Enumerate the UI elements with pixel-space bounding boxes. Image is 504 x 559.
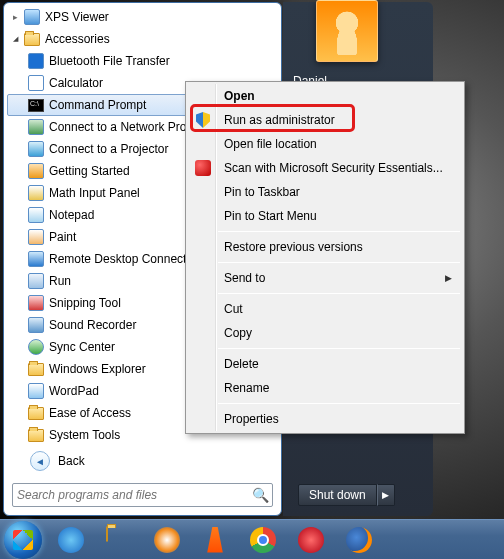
program-label: Windows Explorer <box>49 362 146 376</box>
separator <box>218 348 460 349</box>
user-picture[interactable] <box>316 0 378 62</box>
program-label: Connect to a Network Pro <box>49 120 186 134</box>
program-label: WordPad <box>49 384 99 398</box>
sync-icon <box>27 338 45 356</box>
program-label: Sync Center <box>49 340 115 354</box>
run-icon <box>27 272 45 290</box>
program-label: Remote Desktop Connecti <box>49 252 189 266</box>
program-label: Run <box>49 274 71 288</box>
program-label: Calculator <box>49 76 103 90</box>
back-arrow-icon: ◄ <box>30 451 50 471</box>
cm-properties[interactable]: Properties <box>188 407 462 431</box>
folder-icon <box>27 426 45 444</box>
cm-run-as-admin[interactable]: Run as administrator <box>188 108 462 132</box>
search-icon[interactable]: 🔍 <box>252 487 268 503</box>
firefox-icon <box>346 527 372 553</box>
program-label: Math Input Panel <box>49 186 140 200</box>
back-button[interactable]: ◄ Back <box>4 445 281 477</box>
taskbar-wmp[interactable] <box>144 522 190 558</box>
calculator-icon <box>27 74 45 92</box>
cm-restore[interactable]: Restore previous versions <box>188 235 462 259</box>
cm-open-file-location[interactable]: Open file location <box>188 132 462 156</box>
taskbar-chrome[interactable] <box>240 522 286 558</box>
program-label: Command Prompt <box>49 98 146 112</box>
shutdown-group: Shut down ▶ <box>298 484 395 506</box>
program-label: Notepad <box>49 208 94 222</box>
opera-icon <box>298 527 324 553</box>
taskbar-vlc[interactable] <box>192 522 238 558</box>
chrome-icon <box>250 527 276 553</box>
separator <box>218 231 460 232</box>
projector-icon <box>27 140 45 158</box>
back-label: Back <box>58 454 85 468</box>
rdp-icon <box>27 250 45 268</box>
shutdown-menu-arrow[interactable]: ▶ <box>377 484 395 506</box>
notepad-icon <box>27 206 45 224</box>
program-item-xpsviewer[interactable]: XPS Viewer <box>7 6 281 28</box>
expand-icon <box>9 11 21 23</box>
bluetooth-icon <box>27 52 45 70</box>
program-label: Connect to a Projector <box>49 142 168 156</box>
program-label: Accessories <box>45 32 110 46</box>
projector-icon <box>27 118 45 136</box>
scissors-icon <box>27 294 45 312</box>
context-menu: Open Run as administrator Open file loca… <box>185 81 465 434</box>
program-label: System Tools <box>49 428 120 442</box>
separator <box>218 403 460 404</box>
program-label: Sound Recorder <box>49 318 136 332</box>
cm-copy[interactable]: Copy <box>188 321 462 345</box>
folder-icon <box>27 360 45 378</box>
cm-cut[interactable]: Cut <box>188 297 462 321</box>
expand-open-icon <box>9 33 21 45</box>
program-label: Ease of Access <box>49 406 131 420</box>
taskbar-explorer[interactable] <box>96 522 142 558</box>
ie-icon <box>58 527 84 553</box>
wmp-icon <box>154 527 180 553</box>
folder-icon <box>27 404 45 422</box>
submenu-arrow-icon: ▶ <box>445 273 452 283</box>
cmd-icon <box>27 96 45 114</box>
vlc-icon <box>202 527 228 553</box>
search-input[interactable] <box>17 488 252 502</box>
folder-icon <box>106 527 132 553</box>
program-label: Snipping Tool <box>49 296 121 310</box>
math-icon <box>27 184 45 202</box>
program-item-accessories[interactable]: Accessories <box>7 28 281 50</box>
program-label: Paint <box>49 230 76 244</box>
microphone-icon <box>27 316 45 334</box>
separator <box>218 262 460 263</box>
shield-icon <box>194 111 212 129</box>
start-button[interactable] <box>4 521 42 559</box>
cm-pin-startmenu[interactable]: Pin to Start Menu <box>188 204 462 228</box>
search-box[interactable]: 🔍 <box>12 483 273 507</box>
paint-icon <box>27 228 45 246</box>
folder-icon <box>23 30 41 48</box>
taskbar-firefox[interactable] <box>336 522 382 558</box>
cm-scan[interactable]: Scan with Microsoft Security Essentials.… <box>188 156 462 180</box>
taskbar <box>0 519 504 559</box>
program-label: Bluetooth File Transfer <box>49 54 170 68</box>
taskbar-opera[interactable] <box>288 522 334 558</box>
cm-pin-taskbar[interactable]: Pin to Taskbar <box>188 180 462 204</box>
program-item-bluetooth[interactable]: Bluetooth File Transfer <box>7 50 281 72</box>
taskbar-ie[interactable] <box>48 522 94 558</box>
cm-rename[interactable]: Rename <box>188 376 462 400</box>
program-label: Getting Started <box>49 164 130 178</box>
cm-send-to[interactable]: Send to▶ <box>188 266 462 290</box>
security-icon <box>194 159 212 177</box>
program-label: XPS Viewer <box>45 10 109 24</box>
shutdown-button[interactable]: Shut down <box>298 484 377 506</box>
cm-open[interactable]: Open <box>188 84 462 108</box>
wordpad-icon <box>27 382 45 400</box>
getstarted-icon <box>27 162 45 180</box>
separator <box>218 293 460 294</box>
cm-delete[interactable]: Delete <box>188 352 462 376</box>
xps-icon <box>23 8 41 26</box>
search-container: 🔍 <box>4 477 281 515</box>
